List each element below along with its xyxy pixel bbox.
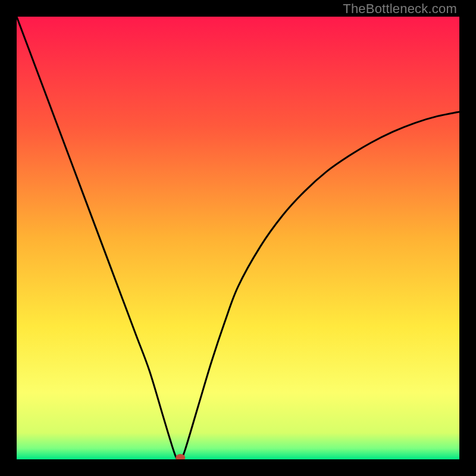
gradient-background [17, 17, 459, 459]
bottleneck-chart [17, 17, 459, 459]
watermark-text: TheBottleneck.com [343, 1, 457, 17]
chart-frame [17, 17, 459, 459]
